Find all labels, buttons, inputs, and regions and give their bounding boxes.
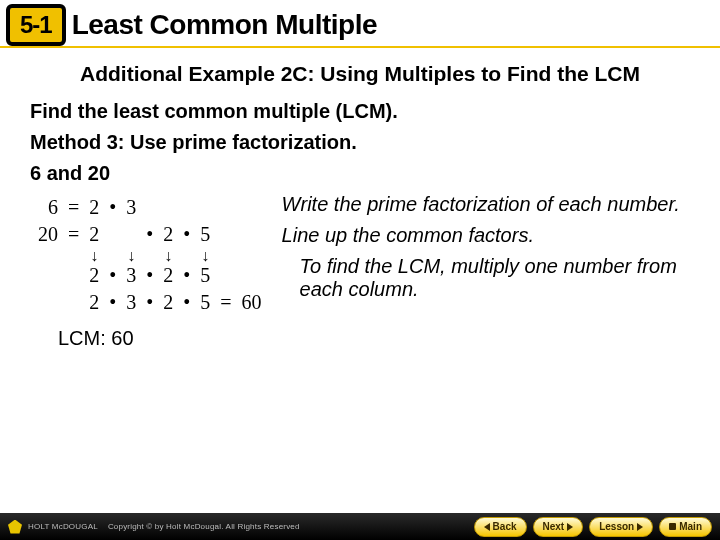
down-arrow-icon: ↓ bbox=[159, 249, 177, 261]
cell bbox=[64, 290, 83, 315]
work-area: 6 = 2 • 3 20 = 2 • bbox=[30, 193, 690, 317]
arrow-row: ↓ ↓ ↓ ↓ bbox=[32, 249, 266, 261]
slide-content: Additional Example 2C: Using Multiples t… bbox=[0, 48, 720, 350]
triangle-right-icon bbox=[567, 523, 573, 531]
result-cell: 60 bbox=[238, 290, 266, 315]
cell bbox=[122, 222, 140, 247]
nav-label: Lesson bbox=[599, 521, 634, 532]
cell: 2 bbox=[159, 263, 177, 288]
back-button[interactable]: Back bbox=[474, 517, 527, 537]
cell: 2 bbox=[85, 263, 103, 288]
cell: 6 bbox=[32, 195, 62, 220]
publisher-name: HOLT McDOUGAL bbox=[28, 522, 98, 531]
table-row: 2 • 3 • 2 • 5 bbox=[32, 263, 266, 288]
cell: • bbox=[142, 222, 157, 247]
footer-nav: Back Next Lesson Main bbox=[474, 517, 712, 537]
cell bbox=[105, 222, 120, 247]
cell: = bbox=[216, 290, 235, 315]
footer-bar: HOLT McDOUGAL Copyright © by Holt McDoug… bbox=[0, 513, 720, 540]
cell bbox=[196, 195, 214, 220]
explain-line-2: Line up the common factors. bbox=[282, 224, 690, 247]
cell: 2 bbox=[85, 195, 103, 220]
cell: 2 bbox=[85, 290, 103, 315]
down-arrow-icon: ↓ bbox=[196, 249, 214, 261]
factorization-table: 6 = 2 • 3 20 = 2 • bbox=[30, 193, 268, 317]
copyright-text: Copyright © by Holt McDougal. All Rights… bbox=[108, 522, 300, 531]
table-row: 2 • 3 • 2 • 5 = 60 bbox=[32, 290, 266, 315]
cell: 3 bbox=[122, 290, 140, 315]
cell: • bbox=[179, 263, 194, 288]
cell: 20 bbox=[32, 222, 62, 247]
triangle-right-icon bbox=[637, 523, 643, 531]
section-badge: 5-1 bbox=[6, 4, 66, 46]
cell: 5 bbox=[196, 290, 214, 315]
cell bbox=[159, 195, 177, 220]
brand-area: HOLT McDOUGAL Copyright © by Holt McDoug… bbox=[8, 520, 300, 534]
main-button[interactable]: Main bbox=[659, 517, 712, 537]
cell: • bbox=[105, 195, 120, 220]
publisher-logo-icon bbox=[8, 520, 22, 534]
method-text: Method 3: Use prime factorization. bbox=[30, 131, 690, 154]
triangle-left-icon bbox=[484, 523, 490, 531]
cell bbox=[32, 263, 62, 288]
explain-line-3: To find the LCM, multiply one number fro… bbox=[300, 255, 690, 301]
cell: • bbox=[105, 290, 120, 315]
slide-header: 5-1 Least Common Multiple bbox=[0, 0, 720, 48]
cell: 2 bbox=[159, 290, 177, 315]
explanation-column: Write the prime factorization of each nu… bbox=[282, 193, 690, 309]
cell: 2 bbox=[85, 222, 103, 247]
down-arrow-icon: ↓ bbox=[122, 249, 140, 261]
cell: 3 bbox=[122, 195, 140, 220]
nav-label: Next bbox=[543, 521, 565, 532]
instruction-text: Find the least common multiple (LCM). bbox=[30, 100, 690, 123]
cell bbox=[32, 290, 62, 315]
cell: 3 bbox=[122, 263, 140, 288]
cell: 5 bbox=[196, 222, 214, 247]
down-arrow-icon: ↓ bbox=[85, 249, 103, 261]
number-pair: 6 and 20 bbox=[30, 162, 690, 185]
lcm-result: LCM: 60 bbox=[58, 327, 690, 350]
cell bbox=[179, 195, 194, 220]
cell: = bbox=[64, 222, 83, 247]
cell: 5 bbox=[196, 263, 214, 288]
nav-label: Back bbox=[493, 521, 517, 532]
example-heading: Additional Example 2C: Using Multiples t… bbox=[30, 62, 690, 86]
cell: = bbox=[64, 195, 83, 220]
cell bbox=[64, 263, 83, 288]
explain-line-1: Write the prime factorization of each nu… bbox=[282, 193, 690, 216]
nav-label: Main bbox=[679, 521, 702, 532]
cell: • bbox=[105, 263, 120, 288]
next-button[interactable]: Next bbox=[533, 517, 584, 537]
slide-title: Least Common Multiple bbox=[72, 9, 377, 41]
square-icon bbox=[669, 523, 676, 530]
cell: • bbox=[179, 290, 194, 315]
cell: • bbox=[179, 222, 194, 247]
table-row: 6 = 2 • 3 bbox=[32, 195, 266, 220]
cell bbox=[142, 195, 157, 220]
cell: 2 bbox=[159, 222, 177, 247]
slide: 5-1 Least Common Multiple Additional Exa… bbox=[0, 0, 720, 540]
cell: • bbox=[142, 263, 157, 288]
lesson-button[interactable]: Lesson bbox=[589, 517, 653, 537]
table-row: 20 = 2 • 2 • 5 bbox=[32, 222, 266, 247]
cell: • bbox=[142, 290, 157, 315]
